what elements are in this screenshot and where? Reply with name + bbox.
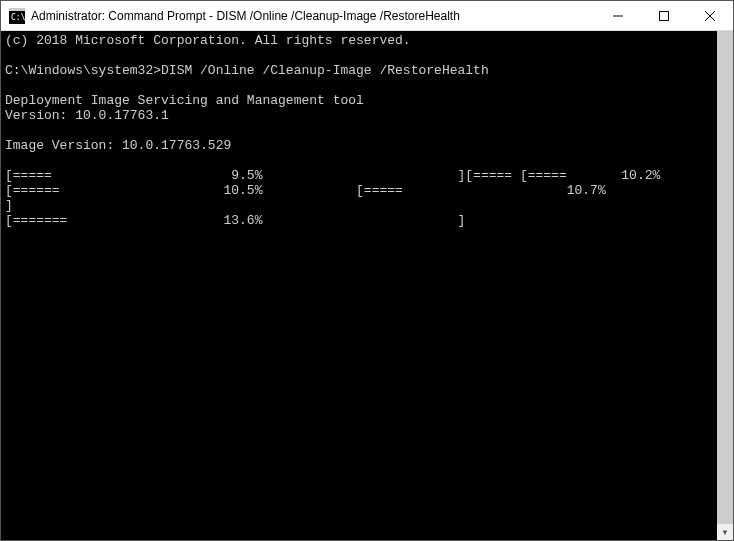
progress-output: [===== 9.5% ][===== [===== 10.2% [======… bbox=[5, 168, 717, 228]
tool-version-line: Version: 10.0.17763.1 bbox=[5, 108, 169, 123]
svg-text:C:\: C:\ bbox=[11, 13, 25, 22]
maximize-button[interactable] bbox=[641, 1, 687, 30]
cmd-icon: C:\ bbox=[9, 8, 25, 24]
command-text: DISM /Online /Cleanup-Image /RestoreHeal… bbox=[161, 63, 489, 78]
prompt-text: C:\Windows\system32> bbox=[5, 63, 161, 78]
scroll-thumb[interactable] bbox=[717, 31, 733, 540]
svg-rect-1 bbox=[9, 8, 25, 11]
close-button[interactable] bbox=[687, 1, 733, 30]
image-version-line: Image Version: 10.0.17763.529 bbox=[5, 138, 231, 153]
copyright-line: (c) 2018 Microsoft Corporation. All righ… bbox=[5, 33, 411, 48]
window-title: Administrator: Command Prompt - DISM /On… bbox=[31, 9, 595, 23]
svg-rect-4 bbox=[660, 11, 669, 20]
console-client-area: (c) 2018 Microsoft Corporation. All righ… bbox=[1, 31, 733, 540]
scroll-down-arrow[interactable]: ▼ bbox=[717, 524, 733, 540]
console-output[interactable]: (c) 2018 Microsoft Corporation. All righ… bbox=[1, 31, 717, 540]
window-titlebar: C:\ Administrator: Command Prompt - DISM… bbox=[1, 1, 733, 31]
vertical-scrollbar[interactable]: ▲ ▼ bbox=[717, 31, 733, 540]
tool-name-line: Deployment Image Servicing and Managemen… bbox=[5, 93, 364, 108]
window-controls bbox=[595, 1, 733, 30]
minimize-button[interactable] bbox=[595, 1, 641, 30]
